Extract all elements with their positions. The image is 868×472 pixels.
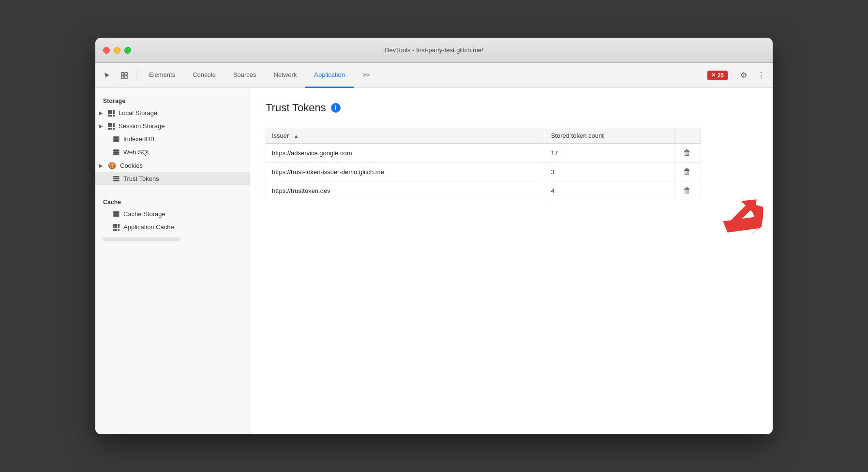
issuer-cell: https://adservice.google.com: [266, 144, 545, 162]
action-cell: 🗑: [674, 144, 701, 162]
annotation-arrow: [719, 199, 763, 243]
settings-button[interactable]: ⚙: [736, 68, 751, 83]
db-icon: [113, 136, 120, 142]
error-x-icon: ✕: [711, 72, 716, 78]
traffic-lights: [103, 47, 131, 54]
delete-button[interactable]: 🗑: [680, 185, 694, 196]
cache-section-title: Cache: [95, 195, 250, 207]
grid-icon: [108, 123, 115, 130]
token-count-cell: 3: [545, 162, 674, 181]
grid-icon: [108, 110, 115, 117]
tab-navigation: Elements Console Sources Network Applica…: [140, 63, 705, 88]
trash-icon: 🗑: [683, 148, 691, 157]
db-icon: [113, 149, 120, 155]
toolbar: Elements Console Sources Network Applica…: [95, 63, 773, 88]
tab-application[interactable]: Application: [305, 63, 354, 88]
content-area: Trust Tokens i Issuer ▲ Stored token cou…: [250, 88, 773, 434]
sidebar-item-local-storage[interactable]: ▶ Local Storage: [95, 106, 250, 119]
sidebar-item-label: IndexedDB: [123, 135, 154, 143]
sidebar-scrollbar[interactable]: [103, 237, 180, 241]
action-cell: 🗑: [674, 162, 701, 181]
storage-section-title: Storage: [95, 94, 250, 106]
gear-icon: ⚙: [740, 71, 747, 80]
arrow-icon: ▶: [99, 123, 103, 129]
sidebar: Storage ▶ Local Storage ▶ Ses: [95, 88, 250, 434]
delete-button[interactable]: 🗑: [680, 166, 694, 177]
sidebar-item-label: Application Cache: [123, 223, 174, 231]
action-column-header: [674, 128, 701, 144]
svg-line-6: [734, 205, 751, 221]
maximize-button[interactable]: [124, 47, 131, 54]
red-arrow-annotation: [725, 194, 764, 230]
sidebar-item-label: Session Storage: [119, 122, 165, 130]
grid-icon: [113, 224, 120, 231]
action-cell: 🗑: [674, 181, 701, 200]
sort-arrow-icon: ▲: [294, 133, 299, 139]
more-options-button[interactable]: ⋮: [753, 68, 769, 83]
trust-tokens-table: Issuer ▲ Stored token count https://adse…: [266, 128, 701, 200]
inspect-tool-button[interactable]: [117, 68, 132, 83]
sidebar-item-indexeddb[interactable]: IndexedDB: [95, 133, 250, 146]
tab-network[interactable]: Network: [265, 63, 306, 88]
token-count-column-header[interactable]: Stored token count: [545, 128, 674, 144]
token-count-cell: 17: [545, 144, 674, 162]
table-row: https://adservice.google.com 17 🗑: [266, 144, 701, 162]
main-layout: Storage ▶ Local Storage ▶ Ses: [95, 88, 773, 434]
cursor-tool-button[interactable]: [99, 68, 115, 83]
tab-more-button[interactable]: >>: [354, 63, 378, 88]
db-icon: [113, 211, 120, 217]
tab-elements[interactable]: Elements: [140, 63, 184, 88]
issuer-cell: https://trusttoken.dev: [266, 181, 545, 200]
info-icon[interactable]: i: [331, 103, 341, 113]
svg-rect-2: [121, 76, 124, 78]
db-icon: [113, 176, 120, 181]
arrow-icon: ▶: [99, 163, 103, 168]
page-title-row: Trust Tokens i: [266, 102, 757, 114]
table-row: https://trusttoken.dev 4 🗑: [266, 181, 701, 200]
tab-sources[interactable]: Sources: [224, 63, 265, 88]
minimize-button[interactable]: [114, 47, 120, 54]
cookie-icon: 🍪: [108, 162, 116, 169]
svg-rect-0: [121, 73, 124, 75]
svg-rect-1: [125, 73, 127, 75]
trash-icon: 🗑: [683, 186, 691, 195]
toolbar-divider-2: [732, 70, 732, 81]
toolbar-divider: [136, 70, 136, 81]
toolbar-right: ✕ 25 ⚙ ⋮: [707, 68, 769, 83]
arrow-icon: ▶: [99, 110, 103, 116]
token-count-cell: 4: [545, 181, 674, 200]
devtools-window: DevTools - first-party-test.glitch.me/ E…: [95, 38, 773, 434]
sidebar-item-cache-storage[interactable]: Cache Storage: [95, 207, 250, 221]
svg-marker-7: [741, 194, 763, 215]
table-row: https://trust-token-issuer-demo.glitch.m…: [266, 162, 701, 181]
error-badge[interactable]: ✕ 25: [707, 71, 728, 80]
sidebar-item-label: Trust Tokens: [123, 175, 159, 182]
error-count: 25: [718, 72, 724, 79]
ellipsis-icon: ⋮: [757, 71, 765, 80]
close-button[interactable]: [103, 47, 110, 54]
sidebar-item-label: Web SQL: [123, 148, 150, 156]
sidebar-item-web-sql[interactable]: Web SQL: [95, 146, 250, 159]
issuer-column-header[interactable]: Issuer ▲: [266, 128, 545, 144]
sidebar-item-cookies[interactable]: ▶ 🍪 Cookies: [95, 159, 250, 172]
sidebar-item-label: Cache Storage: [123, 210, 165, 218]
page-title: Trust Tokens: [266, 102, 326, 114]
sidebar-item-session-storage[interactable]: ▶ Session Storage: [95, 119, 250, 133]
issuer-cell: https://trust-token-issuer-demo.glitch.m…: [266, 162, 545, 181]
sidebar-item-trust-tokens[interactable]: Trust Tokens: [95, 172, 250, 185]
tab-console[interactable]: Console: [184, 63, 224, 88]
delete-button[interactable]: 🗑: [680, 148, 694, 158]
trash-icon: 🗑: [683, 167, 691, 176]
sidebar-item-application-cache[interactable]: Application Cache: [95, 221, 250, 234]
sidebar-item-label: Cookies: [120, 162, 143, 169]
svg-marker-4: [720, 199, 763, 238]
title-bar: DevTools - first-party-test.glitch.me/: [95, 38, 773, 63]
sidebar-item-label: Local Storage: [119, 109, 157, 117]
window-title: DevTools - first-party-test.glitch.me/: [385, 46, 483, 54]
svg-rect-3: [125, 76, 127, 78]
